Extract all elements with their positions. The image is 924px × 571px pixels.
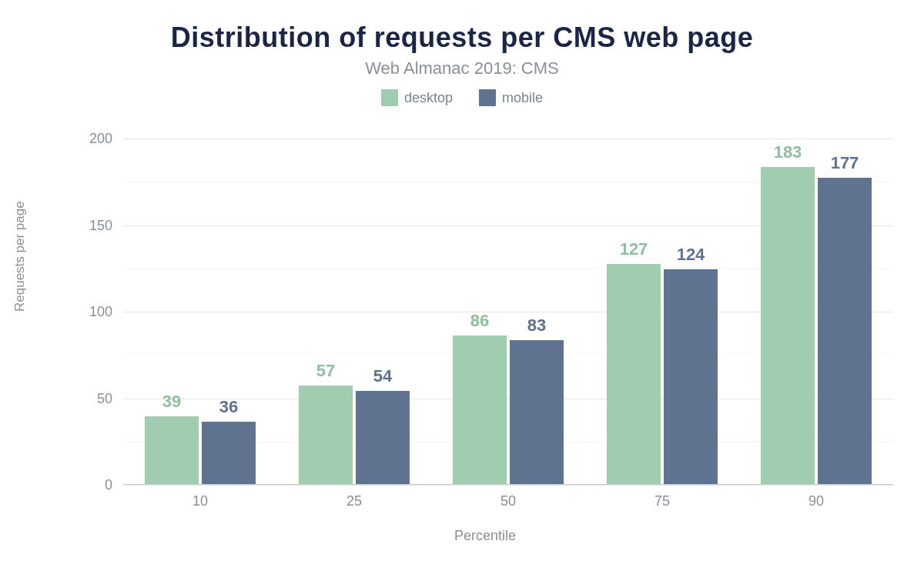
x-tick-label: 10 <box>192 493 208 509</box>
legend-label-desktop: desktop <box>404 90 453 106</box>
x-tick-label: 90 <box>808 493 824 509</box>
bar-desktop: 127 <box>607 264 661 484</box>
bar-desktop: 183 <box>761 167 815 484</box>
chart-subtitle: Web Almanac 2019: CMS <box>0 58 924 78</box>
legend: desktop mobile <box>0 89 924 106</box>
x-tick-label: 25 <box>346 493 362 509</box>
legend-swatch-mobile <box>479 89 496 106</box>
bar-desktop: 57 <box>299 386 353 484</box>
plot-area: 0501001502003936105754258683501271247518… <box>123 139 893 485</box>
bar-value-label: 39 <box>162 392 181 416</box>
bar-value-label: 127 <box>620 239 648 264</box>
legend-label-mobile: mobile <box>502 90 543 106</box>
bar-mobile: 36 <box>202 422 256 484</box>
bar-mobile: 177 <box>818 178 872 484</box>
x-tick-label: 75 <box>654 493 670 509</box>
chart-title: Distribution of requests per CMS web pag… <box>0 22 924 54</box>
bar-group: 18317790 <box>739 139 893 484</box>
y-tick-label: 200 <box>89 131 112 147</box>
bar-value-label: 54 <box>373 366 392 391</box>
bar-mobile: 124 <box>664 269 718 484</box>
grid-line <box>123 485 893 486</box>
bar-value-label: 183 <box>774 142 802 167</box>
bar-value-label: 124 <box>677 245 705 269</box>
bar-value-label: 36 <box>219 397 238 422</box>
bar-desktop: 39 <box>145 416 199 484</box>
bar-value-label: 57 <box>316 361 335 386</box>
legend-item-mobile: mobile <box>479 89 543 106</box>
bar-value-label: 177 <box>831 153 859 178</box>
x-tick-label: 50 <box>500 493 516 509</box>
y-tick-label: 0 <box>105 477 112 493</box>
plot-outer: 0501001502003936105754258683501271247518… <box>77 139 893 485</box>
bar-desktop: 86 <box>453 336 507 485</box>
bar-value-label: 86 <box>470 311 489 336</box>
y-tick-label: 100 <box>89 304 112 320</box>
bar-mobile: 54 <box>356 391 410 485</box>
chart-container: Distribution of requests per CMS web pag… <box>0 0 924 571</box>
y-axis-label: Requests per page <box>12 201 28 312</box>
bar-mobile: 83 <box>510 340 564 484</box>
x-axis-label: Percentile <box>77 528 893 544</box>
bar-value-label: 83 <box>527 316 546 340</box>
bar-group: 393610 <box>123 139 277 484</box>
bar-group: 868350 <box>431 139 585 484</box>
bar-group: 12712475 <box>585 139 739 484</box>
legend-item-desktop: desktop <box>381 89 453 106</box>
legend-swatch-desktop <box>381 89 398 106</box>
bar-group: 575425 <box>277 139 431 484</box>
y-tick-label: 50 <box>97 390 112 406</box>
y-tick-label: 150 <box>89 217 112 233</box>
